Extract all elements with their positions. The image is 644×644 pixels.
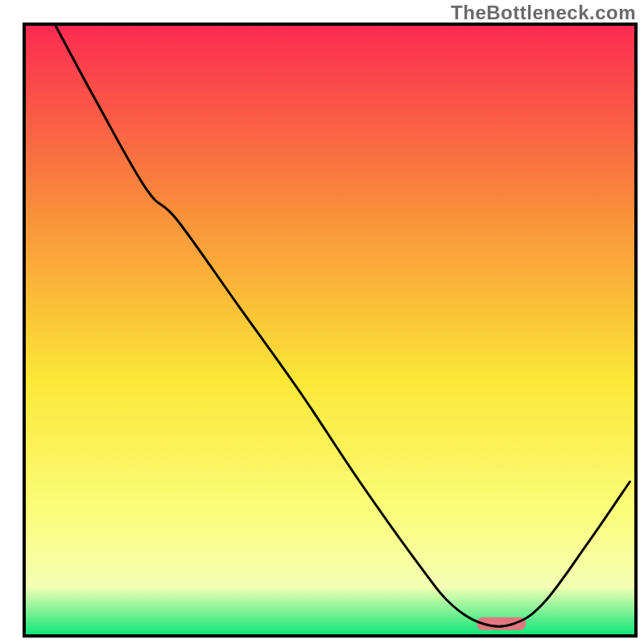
chart-container: TheBottleneck.com <box>0 0 644 644</box>
watermark-text: TheBottleneck.com <box>451 2 636 24</box>
bottleneck-chart <box>0 0 644 644</box>
gradient-background <box>24 24 636 636</box>
plot-area <box>24 24 636 636</box>
